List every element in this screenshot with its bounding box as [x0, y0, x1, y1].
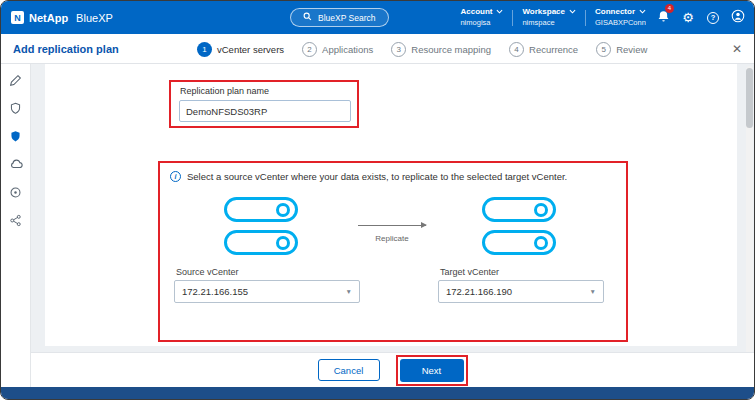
sidebar-item-health[interactable]	[8, 102, 24, 118]
step-number: 1	[197, 42, 212, 57]
user-menu-button[interactable]	[730, 9, 746, 27]
sidebar-item-protection-active[interactable]	[8, 130, 24, 146]
wizard-action-bar: Cancel Next	[31, 352, 754, 387]
cloud-icon	[9, 157, 23, 175]
main-content: Replication plan name i Select a source …	[31, 64, 754, 387]
server-icon	[224, 230, 298, 255]
help-button[interactable]: ?	[705, 12, 721, 24]
account-menu[interactable]: Account nimogisa	[460, 7, 503, 27]
step-label: Applications	[322, 44, 373, 55]
next-button[interactable]: Next	[400, 359, 464, 382]
sidebar-item-extensions[interactable]	[8, 214, 24, 230]
product-name: BlueXP	[76, 12, 113, 24]
user-icon	[731, 9, 745, 27]
cancel-button[interactable]: Cancel	[318, 359, 380, 381]
source-vcenter-dropdown[interactable]: 172.21.166.155 ▼	[174, 280, 360, 303]
workspace-menu[interactable]: Workspace nimspace	[522, 7, 576, 27]
step-label: vCenter servers	[217, 44, 284, 55]
replication-plan-name-label: Replication plan name	[180, 86, 269, 96]
step-number: 4	[509, 42, 524, 57]
server-icon	[224, 197, 298, 222]
netapp-logo-icon: N	[11, 11, 24, 24]
header-right-group: Account nimogisa Workspace nimspace Conn…	[460, 1, 746, 34]
server-icon	[482, 197, 556, 222]
info-row: i Select a source vCenter where your dat…	[170, 171, 567, 182]
protection-shield-icon	[9, 129, 22, 147]
target-icon	[9, 185, 22, 203]
bluexp-search-button[interactable]: BlueXP Search	[290, 8, 389, 27]
vcenter-section-annotation-box: i Select a source vCenter where your dat…	[158, 161, 628, 342]
connector-menu[interactable]: Connector GISABXPConn	[595, 7, 646, 27]
share-nodes-icon	[9, 213, 22, 231]
step-label: Recurrence	[529, 44, 578, 55]
connector-value: GISABXPConn	[595, 18, 646, 28]
divider	[512, 10, 513, 26]
pencil-icon	[9, 73, 22, 91]
divider	[585, 10, 586, 26]
workspace-value: nimspace	[522, 18, 576, 28]
chevron-down-icon: ▼	[346, 288, 352, 295]
target-vcenter-icon	[482, 197, 556, 255]
left-nav-sidebar	[1, 64, 31, 387]
vertical-scrollbar[interactable]	[746, 66, 753, 385]
netapp-logo: N NetApp BlueXP	[11, 1, 113, 34]
source-vcenter-label: Source vCenter	[176, 267, 239, 277]
notification-badge: 4	[665, 4, 674, 13]
step-label: Review	[616, 44, 647, 55]
step-resource-mapping[interactable]: 3 Resource mapping	[391, 42, 491, 57]
top-header: N NetApp BlueXP BlueXP Search Account ni…	[1, 1, 754, 34]
step-review[interactable]: 5 Review	[596, 42, 647, 57]
wizard-card: Replication plan name i Select a source …	[45, 64, 737, 346]
account-value: nimogisa	[460, 18, 503, 28]
shield-icon	[9, 101, 22, 119]
step-number: 3	[391, 42, 406, 57]
notifications-button[interactable]: 4	[655, 9, 671, 27]
connector-label: Connector	[595, 7, 635, 17]
page-title: Add replication plan	[13, 34, 119, 64]
replicate-label: Replicate	[358, 234, 426, 243]
server-icon	[482, 230, 556, 255]
search-icon	[303, 12, 312, 23]
chevron-down-icon	[639, 7, 646, 17]
target-vcenter-label: Target vCenter	[440, 267, 499, 277]
account-label: Account	[460, 7, 492, 17]
workspace-label: Workspace	[522, 7, 565, 17]
sidebar-item-mobility[interactable]	[8, 158, 24, 174]
info-icon: i	[170, 171, 181, 182]
sidebar-item-governance[interactable]	[8, 186, 24, 202]
target-vcenter-dropdown[interactable]: 172.21.166.190 ▼	[438, 280, 604, 303]
gear-icon: ⚙	[682, 11, 694, 24]
bluexp-app: N NetApp BlueXP BlueXP Search Account ni…	[0, 0, 755, 400]
close-icon[interactable]: ✕	[732, 34, 742, 64]
step-vcenter-servers[interactable]: 1 vCenter servers	[197, 42, 284, 57]
step-number: 2	[302, 42, 317, 57]
bottom-bar	[1, 387, 754, 399]
next-button-annotation-box: Next	[396, 355, 468, 386]
step-number: 5	[596, 42, 611, 57]
search-label: BlueXP Search	[318, 13, 376, 23]
replication-plan-name-input[interactable]	[179, 100, 351, 122]
sidebar-item-edit[interactable]	[8, 74, 24, 90]
settings-button[interactable]: ⚙	[680, 11, 696, 24]
chevron-down-icon	[569, 7, 576, 17]
brand-name: NetApp	[29, 12, 68, 24]
info-text: Select a source vCenter where your data …	[187, 171, 567, 182]
step-applications[interactable]: 2 Applications	[302, 42, 373, 57]
source-vcenter-icon	[224, 197, 298, 255]
wizard-header: Add replication plan 1 vCenter servers 2…	[1, 34, 754, 64]
source-vcenter-value: 172.21.166.155	[182, 286, 248, 297]
wizard-stepper: 1 vCenter servers 2 Applications 3 Resou…	[197, 34, 647, 64]
chevron-down-icon: ▼	[590, 288, 596, 295]
name-field-annotation-box: Replication plan name	[169, 80, 359, 128]
target-vcenter-value: 172.21.166.190	[446, 286, 512, 297]
help-icon: ?	[707, 12, 719, 24]
step-recurrence[interactable]: 4 Recurrence	[509, 42, 578, 57]
chevron-down-icon	[496, 7, 503, 17]
arrow-icon	[358, 225, 426, 226]
step-label: Resource mapping	[411, 44, 491, 55]
replicate-arrow: Replicate	[358, 225, 426, 243]
scrollbar-thumb[interactable]	[746, 68, 753, 128]
